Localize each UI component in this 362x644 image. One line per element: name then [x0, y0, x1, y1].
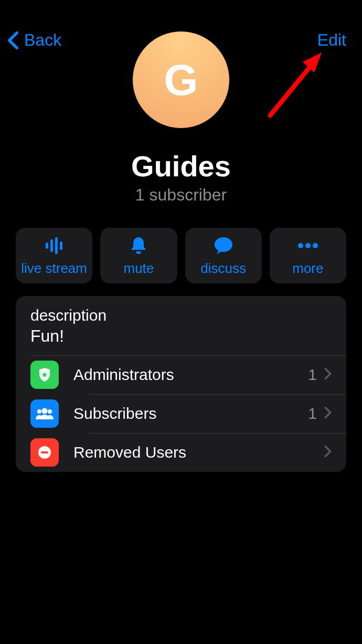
removed-users-label: Removed Users	[73, 444, 324, 461]
description-label: description	[30, 307, 332, 324]
more-label: more	[292, 260, 323, 277]
bell-icon	[130, 235, 147, 256]
info-card: description Fun! Administrators 1	[16, 296, 346, 472]
removed-users-row[interactable]: Removed Users	[16, 433, 346, 472]
description-value: Fun!	[30, 326, 332, 346]
svg-marker-14	[303, 52, 322, 72]
subscriber-count: 1 subscriber	[0, 185, 362, 205]
svg-rect-1	[50, 239, 53, 252]
chevron-right-icon	[324, 406, 332, 421]
description-block[interactable]: description Fun!	[16, 296, 346, 355]
svg-rect-2	[55, 237, 58, 254]
subscribers-row[interactable]: Subscribers 1	[16, 394, 346, 433]
admin-badge-icon	[30, 361, 59, 389]
back-label: Back	[24, 30, 61, 50]
mute-label: mute	[123, 260, 154, 277]
chat-bubble-icon	[214, 235, 233, 256]
svg-point-7	[313, 243, 318, 248]
svg-point-10	[48, 409, 52, 414]
administrators-count: 1	[308, 366, 317, 384]
back-button[interactable]: Back	[7, 30, 61, 50]
channel-title: Guides	[0, 149, 362, 183]
chevron-right-icon	[324, 445, 332, 460]
edit-label: Edit	[317, 30, 346, 49]
svg-rect-12	[41, 451, 48, 453]
svg-point-6	[305, 243, 311, 248]
svg-point-8	[42, 408, 48, 414]
svg-point-4	[215, 237, 232, 252]
avatar-letter: G	[164, 55, 198, 105]
subscribers-count: 1	[308, 405, 317, 423]
chevron-right-icon	[324, 367, 332, 382]
people-icon	[30, 399, 59, 428]
administrators-row[interactable]: Administrators 1	[16, 355, 346, 394]
discuss-label: discuss	[200, 260, 246, 277]
svg-point-5	[298, 243, 303, 248]
edit-button[interactable]: Edit	[317, 30, 346, 50]
live-stream-button[interactable]: live stream	[16, 228, 92, 283]
more-button[interactable]: more	[270, 228, 346, 283]
live-stream-label: live stream	[21, 260, 87, 277]
svg-rect-0	[46, 242, 48, 249]
mute-button[interactable]: mute	[100, 228, 177, 283]
discuss-button[interactable]: discuss	[185, 228, 262, 283]
svg-line-13	[270, 58, 317, 115]
annotation-arrow	[265, 47, 338, 121]
more-icon	[297, 235, 318, 256]
subscribers-label: Subscribers	[73, 405, 308, 423]
svg-rect-3	[60, 241, 62, 250]
svg-point-9	[37, 409, 41, 414]
live-stream-icon	[44, 235, 64, 256]
chevron-left-icon	[7, 31, 19, 50]
administrators-label: Administrators	[73, 366, 308, 384]
remove-icon	[30, 438, 59, 467]
